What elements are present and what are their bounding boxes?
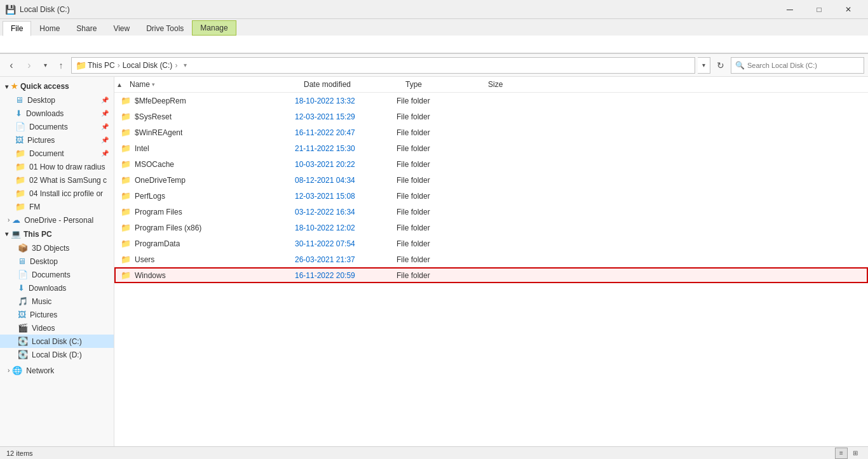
breadcrumb-thispc[interactable]: This PC bbox=[88, 61, 115, 70]
recent-locations-button[interactable]: ▾ bbox=[39, 58, 51, 73]
sort-up-arrow[interactable]: ▲ bbox=[116, 81, 123, 88]
folder-icon2: 📁 bbox=[15, 162, 25, 171]
search-input[interactable] bbox=[747, 62, 860, 69]
downloads-label: Downloads bbox=[26, 109, 101, 118]
table-row[interactable]: 📁$MfeDeepRem18-10-2022 13:32File folder bbox=[114, 93, 868, 109]
col-header-name[interactable]: Name ▾ bbox=[125, 79, 299, 90]
file-date-cell: 08-12-2021 04:34 bbox=[290, 175, 391, 185]
close-button[interactable]: ✕ bbox=[834, 0, 863, 19]
sidebar-item-localdisk-c[interactable]: 💽 Local Disk (C:) bbox=[0, 335, 114, 348]
ribbon: File Home Share View Drive Tools Manage bbox=[0, 19, 868, 54]
pictures-label2: Pictures bbox=[30, 310, 57, 319]
table-row[interactable]: 📁$SysReset12-03-2021 15:29File folder bbox=[114, 109, 868, 124]
sidebar-item-01-quick[interactable]: 📁 01 How to draw radius bbox=[0, 160, 114, 173]
file-size-cell bbox=[474, 164, 538, 165]
col-header-date[interactable]: Date modified bbox=[299, 79, 400, 90]
table-row[interactable]: 📁MSOCache10-03-2021 20:22File folder bbox=[114, 156, 868, 172]
forward-button[interactable]: › bbox=[22, 58, 37, 73]
file-name-label: Windows bbox=[135, 271, 166, 280]
table-row[interactable]: 📁Intel21-11-2022 15:30File folder bbox=[114, 140, 868, 156]
sidebar-item-downloads-thispc[interactable]: ⬇ Downloads bbox=[0, 281, 114, 295]
col-header-type[interactable]: Type bbox=[400, 79, 483, 90]
sidebar-item-pictures-thispc[interactable]: 🖼 Pictures bbox=[0, 308, 114, 321]
sidebar-item-04-quick[interactable]: 📁 04 Install icc profile or bbox=[0, 187, 114, 200]
sidebar-item-music[interactable]: 🎵 Music bbox=[0, 295, 114, 308]
tab-view[interactable]: View bbox=[105, 21, 138, 36]
sidebar-item-downloads-quick[interactable]: ⬇ Downloads 📌 bbox=[0, 107, 114, 120]
file-name-label: Program Files (x86) bbox=[135, 223, 201, 232]
file-date-cell: 16-11-2022 20:59 bbox=[290, 270, 391, 281]
tab-drive-tools[interactable]: Drive Tools bbox=[138, 21, 192, 36]
file-name-cell: 📁ProgramData bbox=[116, 238, 290, 249]
sidebar-item-localdisk-d[interactable]: 💽 Local Disk (D:) bbox=[0, 348, 114, 361]
folder-icon: 📁 bbox=[121, 255, 131, 264]
desktop-icon2: 🖥 bbox=[18, 256, 26, 266]
thispc-icon: 💻 bbox=[11, 229, 21, 239]
file-size-cell bbox=[474, 132, 538, 133]
view-details-button[interactable]: ≡ bbox=[835, 448, 848, 459]
sidebar-item-videos[interactable]: 🎬 Videos bbox=[0, 321, 114, 335]
file-size-cell bbox=[474, 275, 538, 276]
sidebar-item-desktop-thispc[interactable]: 🖥 Desktop bbox=[0, 255, 114, 268]
table-row[interactable]: 📁OneDriveTemp08-12-2021 04:34File folder bbox=[114, 172, 868, 188]
table-row[interactable]: 📁Users26-03-2021 21:37File folder bbox=[114, 251, 868, 267]
breadcrumb-localdisk[interactable]: Local Disk (C:) bbox=[123, 61, 173, 70]
table-row[interactable]: 📁Program Files (x86)18-10-2022 12:02File… bbox=[114, 220, 868, 236]
downloads-icon2: ⬇ bbox=[18, 283, 25, 293]
up-button[interactable]: ↑ bbox=[53, 58, 69, 73]
pin-icon: 📌 bbox=[101, 96, 109, 103]
sidebar-section-quickaccess[interactable]: ▾ ★ Quick access bbox=[0, 79, 114, 93]
sidebar-item-network[interactable]: › 🌐 Network bbox=[0, 364, 114, 377]
pin-icon4: 📌 bbox=[101, 136, 109, 143]
sidebar-section-thispc[interactable]: ▾ 💻 This PC bbox=[0, 227, 114, 241]
sidebar-item-fm-quick[interactable]: 📁 FM bbox=[0, 200, 114, 213]
localdisk-c-label: Local Disk (C:) bbox=[32, 337, 82, 346]
refresh-button[interactable]: ↻ bbox=[713, 58, 728, 73]
table-row[interactable]: 📁Program Files03-12-2022 16:34File folde… bbox=[114, 204, 868, 220]
file-name-label: $SysReset bbox=[135, 112, 172, 121]
sidebar-item-desktop-quick[interactable]: 🖥 Desktop 📌 bbox=[0, 93, 114, 107]
file-date-cell: 12-03-2021 15:08 bbox=[290, 191, 391, 201]
thispc-label: This PC bbox=[24, 230, 52, 239]
videos-label: Videos bbox=[32, 324, 55, 333]
tab-share[interactable]: Share bbox=[68, 21, 105, 36]
address-history-dropdown[interactable]: ▾ bbox=[698, 57, 710, 74]
tab-file[interactable]: File bbox=[3, 21, 31, 36]
sidebar-item-document-quick[interactable]: 📁 Document 📌 bbox=[0, 147, 114, 160]
file-size-cell bbox=[474, 243, 538, 244]
downloads-label2: Downloads bbox=[29, 284, 66, 293]
tab-home[interactable]: Home bbox=[31, 21, 68, 36]
file-size-cell bbox=[474, 180, 538, 181]
item02-label: 02 What is SamSung c bbox=[29, 176, 109, 185]
onedrive-icon: ☁ bbox=[12, 215, 20, 225]
table-row[interactable]: 📁Windows16-11-2022 20:59File folder bbox=[114, 267, 868, 283]
sidebar-item-documents-quick[interactable]: 📄 Documents 📌 bbox=[0, 120, 114, 133]
table-row[interactable]: 📁ProgramData30-11-2022 07:54File folder bbox=[114, 236, 868, 251]
documents-label2: Documents bbox=[32, 270, 71, 279]
onedrive-label: OneDrive - Personal bbox=[24, 216, 109, 225]
sidebar-item-documents-thispc[interactable]: 📄 Documents bbox=[0, 268, 114, 281]
table-row[interactable]: 📁PerfLogs12-03-2021 15:08File folder bbox=[114, 188, 868, 204]
maximize-button[interactable]: □ bbox=[804, 0, 834, 19]
sidebar-item-02-quick[interactable]: 📁 02 What is SamSung c bbox=[0, 173, 114, 187]
file-list: 📁$MfeDeepRem18-10-2022 13:32File folder📁… bbox=[114, 93, 868, 283]
file-type-cell: File folder bbox=[391, 112, 474, 122]
ribbon-tabs: File Home Share View Drive Tools Manage bbox=[0, 19, 868, 36]
file-name-cell: 📁Windows bbox=[116, 270, 290, 281]
breadcrumb-dropdown[interactable]: ▾ bbox=[180, 58, 190, 73]
back-button[interactable]: ‹ bbox=[4, 58, 19, 73]
folder-icon: 📁 bbox=[121, 112, 131, 121]
sidebar-item-3dobjects[interactable]: 📦 3D Objects bbox=[0, 241, 114, 255]
sort-up-area[interactable]: ▲ bbox=[114, 81, 125, 88]
tab-manage[interactable]: Manage bbox=[192, 20, 236, 36]
desktop-label: Desktop bbox=[27, 96, 101, 105]
file-size-cell bbox=[474, 100, 538, 102]
sidebar-item-onedrive[interactable]: › ☁ OneDrive - Personal bbox=[0, 213, 114, 227]
minimize-button[interactable]: ─ bbox=[775, 0, 804, 19]
sidebar-item-pictures-quick[interactable]: 🖼 Pictures 📌 bbox=[0, 133, 114, 147]
view-tiles-button[interactable]: ⊞ bbox=[849, 448, 862, 459]
breadcrumb[interactable]: 📁 This PC › Local Disk (C:) › ▾ bbox=[71, 57, 695, 74]
col-header-size[interactable]: Size bbox=[483, 79, 546, 90]
file-name-label: MSOCache bbox=[135, 160, 174, 169]
table-row[interactable]: 📁$WinREAgent16-11-2022 20:47File folder bbox=[114, 124, 868, 140]
